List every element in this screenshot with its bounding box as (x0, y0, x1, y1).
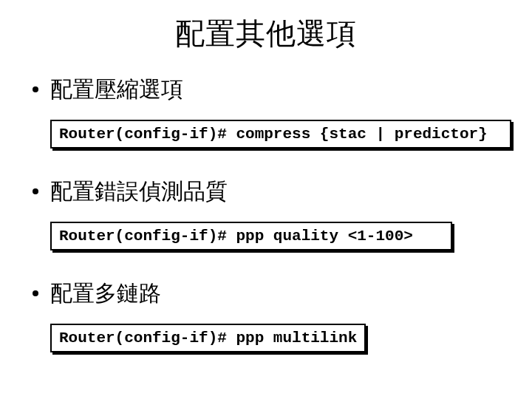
bullet-dot-icon (33, 188, 38, 194)
code-text: Router(config-if)# ppp multilink (59, 330, 357, 347)
code-text: Router(config-if)# compress {stac | pred… (59, 126, 488, 143)
bullet-text: 配置錯誤偵測品質 (50, 177, 228, 207)
bullet-item: 配置錯誤偵測品質 (30, 177, 502, 207)
slide: 配置其他選項 配置壓縮選項 Router(config-if)# compres… (0, 0, 532, 399)
bullet-text: 配置多鏈路 (50, 279, 161, 309)
bullet-item: 配置多鏈路 (30, 279, 502, 309)
bullet-item: 配置壓縮選項 (30, 75, 502, 105)
bullet-dot-icon (33, 86, 38, 92)
code-text: Router(config-if)# ppp quality <1-100> (59, 228, 413, 245)
bullet-text: 配置壓縮選項 (50, 75, 183, 105)
code-box: Router(config-if)# compress {stac | pred… (50, 120, 511, 149)
code-box: Router(config-if)# ppp multilink (50, 324, 366, 352)
code-box: Router(config-if)# ppp quality <1-100> (50, 222, 452, 250)
bullet-dot-icon (33, 290, 38, 296)
slide-title: 配置其他選項 (30, 13, 502, 54)
